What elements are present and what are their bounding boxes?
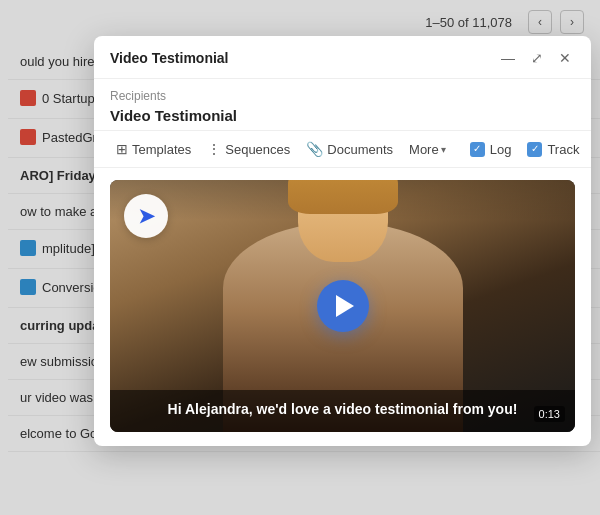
track-check-icon: ✓	[531, 144, 539, 154]
play-button[interactable]	[317, 280, 369, 332]
track-checkbox[interactable]: ✓ Track	[521, 138, 585, 161]
modal-controls: — ⤢ ✕	[497, 48, 575, 68]
documents-label: Documents	[327, 142, 393, 157]
play-icon	[336, 295, 354, 317]
toolbar: ⊞ Templates ⋮ Sequences 📎 Documents More…	[94, 130, 591, 168]
log-checkbox-box: ✓	[470, 142, 485, 157]
modal-header: Video Testimonial — ⤢ ✕	[94, 36, 591, 79]
person-hair	[288, 180, 398, 214]
logo-arrow-icon: ➤	[138, 204, 155, 228]
caption-text: Hi Alejandra, we'd love a video testimon…	[126, 400, 559, 420]
recipients-title: Video Testimonial	[110, 107, 575, 124]
sequences-icon: ⋮	[207, 141, 221, 157]
duration-badge: 0:13	[534, 406, 565, 422]
close-button[interactable]: ✕	[555, 48, 575, 68]
recipients-section: Recipients Video Testimonial	[94, 79, 591, 130]
minimize-button[interactable]: —	[497, 48, 519, 68]
more-button[interactable]: More ▾	[403, 138, 452, 161]
templates-icon: ⊞	[116, 141, 128, 157]
modal-dialog: Video Testimonial — ⤢ ✕ Recipients Video…	[94, 36, 591, 446]
more-label: More	[409, 142, 439, 157]
documents-icon: 📎	[306, 141, 323, 157]
modal-title: Video Testimonial	[110, 50, 229, 66]
sequences-button[interactable]: ⋮ Sequences	[201, 137, 296, 161]
track-label: Track	[547, 142, 579, 157]
person-head	[298, 180, 388, 262]
templates-label: Templates	[132, 142, 191, 157]
chevron-down-icon: ▾	[441, 144, 446, 155]
recipients-label: Recipients	[110, 89, 575, 103]
video-caption: Hi Alejandra, we'd love a video testimon…	[110, 390, 575, 432]
sequences-label: Sequences	[225, 142, 290, 157]
documents-button[interactable]: 📎 Documents	[300, 137, 399, 161]
video-logo: ➤	[124, 194, 168, 238]
video-container[interactable]: ➤ Hi Alejandra, we'd love a video testim…	[110, 180, 575, 432]
expand-button[interactable]: ⤢	[527, 48, 547, 68]
track-checkbox-box: ✓	[527, 142, 542, 157]
log-check-icon: ✓	[473, 144, 481, 154]
log-label: Log	[490, 142, 512, 157]
log-checkbox[interactable]: ✓ Log	[464, 138, 518, 161]
templates-button[interactable]: ⊞ Templates	[110, 137, 197, 161]
